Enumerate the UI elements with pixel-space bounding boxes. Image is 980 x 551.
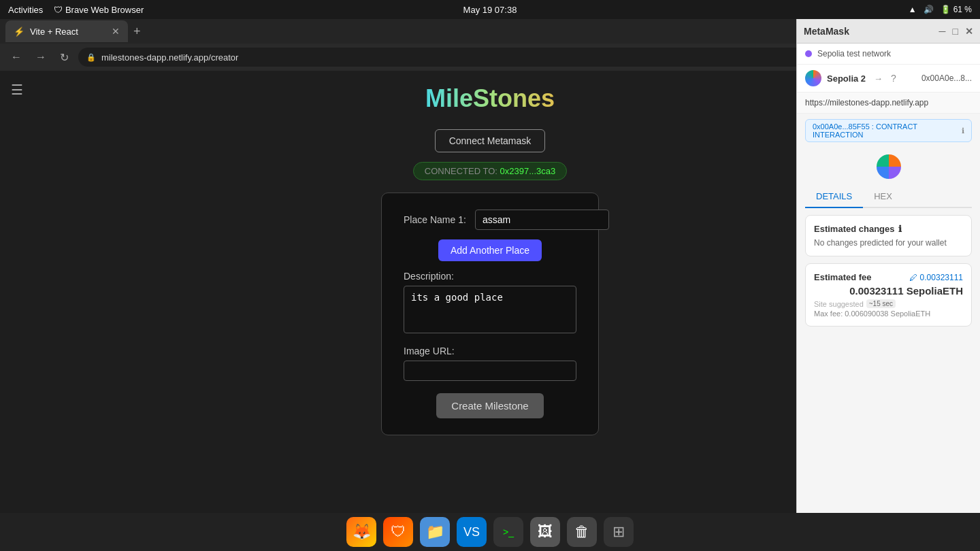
metamask-titlebar-icons: ─ □ ✕: [939, 26, 973, 37]
battery-icon: 🔋 61 %: [941, 5, 972, 14]
account-arrow-icon[interactable]: →: [874, 73, 883, 84]
os-bar-clock: May 19 07:38: [463, 5, 517, 15]
image-url-label: Image URL:: [404, 346, 576, 356]
taskbar-trash-icon[interactable]: 🗑: [567, 517, 597, 547]
connect-metamask-button[interactable]: Connect Metamask: [435, 129, 546, 152]
account-address: 0x00A0e...8...: [921, 73, 972, 83]
reload-button[interactable]: ↻: [56, 48, 73, 67]
connected-address: 0x2397...3ca3: [500, 166, 556, 176]
fee-site-suggested: Site suggested ~15 sec: [814, 299, 963, 308]
hamburger-icon[interactable]: ☰: [11, 82, 23, 98]
back-button[interactable]: ←: [7, 48, 26, 66]
address-text: milestones-dapp.netlify.app/creator: [101, 52, 238, 63]
taskbar-vscode-icon[interactable]: VS: [457, 517, 487, 547]
tab-details[interactable]: DETAILS: [805, 186, 863, 208]
fee-maxfee: Max fee: 0.006090038 SepoliaETH: [814, 310, 963, 318]
contract-info-icon[interactable]: ℹ: [962, 127, 964, 135]
os-bar-right: ▲ 🔊 🔋 61 %: [909, 5, 972, 14]
taskbar: 🦊 🛡 📁 VS >_ 🖼 🗑 ⊞: [0, 513, 980, 551]
place-name-label: Place Name 1:: [404, 214, 468, 225]
form-card: Place Name 1: Add Another Place Descript…: [381, 193, 599, 435]
lock-icon: 🔒: [86, 53, 96, 62]
contract-text: 0x00A0e...85F55 : CONTRACT INTERACTION: [813, 122, 958, 139]
maximize-icon[interactable]: □: [953, 26, 958, 37]
metamask-pie-chart: [875, 153, 902, 180]
browser-name-label: 🛡 Brave Web Browser: [54, 5, 144, 15]
minimize-icon[interactable]: ─: [939, 26, 946, 37]
tab-hex[interactable]: HEX: [863, 186, 903, 208]
layout-wrapper: ⚡ Vite + React ✕ + ← → ↻ 🔒 milestones-da…: [0, 19, 980, 513]
taskbar-thumb-icon[interactable]: 🖼: [530, 517, 560, 547]
activities-label[interactable]: Activities: [8, 5, 43, 15]
connected-badge: CONNECTED TO: 0x2397...3ca3: [413, 162, 567, 180]
fee-amount: 0.00323111 SepoliaETH: [814, 285, 963, 297]
os-bar: Activities 🛡 Brave Web Browser May 19 07…: [0, 0, 980, 19]
metamask-panel: MetaMask ─ □ ✕ Sepolia test network Sepo…: [796, 19, 980, 551]
estimated-changes-section: Estimated changes ℹ No changes predicted…: [805, 215, 972, 256]
account-name[interactable]: Sepolia 2: [827, 73, 866, 84]
page-title: MileStones: [425, 84, 555, 113]
add-another-place-button[interactable]: Add Another Place: [438, 239, 542, 261]
estimated-changes-info-icon[interactable]: ℹ: [898, 224, 902, 234]
metamask-titlebar: MetaMask ─ □ ✕: [797, 19, 980, 44]
browser-tab-active[interactable]: ⚡ Vite + React ✕: [5, 20, 128, 42]
network-dot: [805, 50, 812, 57]
create-milestone-button[interactable]: Create Milestone: [436, 393, 543, 418]
close-icon[interactable]: ✕: [965, 26, 973, 37]
tab-label: Vite + React: [30, 27, 78, 37]
taskbar-terminal-icon[interactable]: >_: [493, 517, 523, 547]
estimated-changes-title: Estimated changes ℹ: [814, 224, 963, 234]
volume-icon: 🔊: [924, 5, 934, 14]
network-label: Sepolia test network: [817, 49, 891, 59]
account-help-icon[interactable]: ?: [891, 73, 896, 84]
image-url-input[interactable]: [404, 361, 576, 381]
metamask-contract-badge: 0x00A0e...85F55 : CONTRACT INTERACTION ℹ: [805, 119, 972, 142]
tab-favicon: ⚡: [14, 27, 24, 37]
metamask-account-bar: Sepolia 2 → ? 0x00A0e...8...: [797, 65, 980, 93]
metamask-network-bar[interactable]: Sepolia test network: [797, 44, 980, 65]
fee-edit-button[interactable]: 🖊 0.00323111: [909, 273, 963, 282]
tab-close-icon[interactable]: ✕: [112, 26, 120, 37]
description-label: Description:: [404, 271, 576, 282]
os-bar-left: Activities 🛡 Brave Web Browser: [8, 5, 144, 15]
place-name-input[interactable]: [475, 210, 609, 230]
description-textarea[interactable]: its a good place: [404, 286, 576, 333]
taskbar-files-icon[interactable]: 📁: [420, 517, 450, 547]
metamask-site-url: https://milestones-dapp.netlify.app: [797, 93, 980, 114]
taskbar-brave-icon[interactable]: 🛡: [383, 517, 413, 547]
new-tab-button[interactable]: +: [131, 24, 144, 39]
connected-label: CONNECTED TO:: [425, 166, 497, 176]
taskbar-grid-icon[interactable]: ⊞: [604, 517, 634, 547]
account-avatar: [805, 70, 821, 86]
place-name-row: Place Name 1:: [404, 210, 576, 230]
taskbar-firefox-icon[interactable]: 🦊: [346, 517, 376, 547]
fee-header: Estimated fee 🖊 0.00323111: [814, 272, 963, 282]
metamask-title: MetaMask: [804, 26, 849, 37]
estimated-fee-section: Estimated fee 🖊 0.00323111 0.00323111 Se…: [805, 263, 972, 327]
metamask-tabs: DETAILS HEX: [805, 186, 972, 208]
forward-button[interactable]: →: [31, 48, 50, 66]
fee-label: Estimated fee: [814, 272, 872, 282]
wifi-icon: ▲: [909, 5, 917, 14]
estimated-changes-text: No changes predicted for your wallet: [814, 238, 963, 248]
